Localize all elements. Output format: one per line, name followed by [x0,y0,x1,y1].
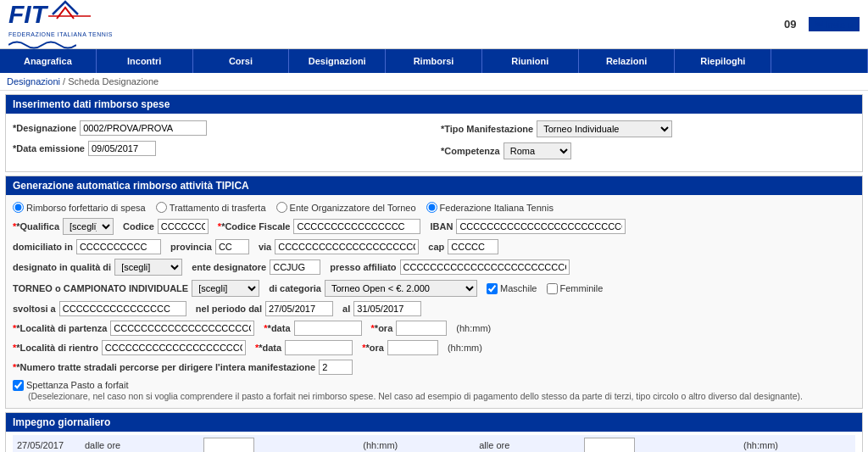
nav-rimborsi[interactable]: Rimborsi [386,49,482,73]
nav-anagrafica[interactable]: Anagrafica [0,49,97,73]
invia-button[interactable]: ✉ Invia u [809,17,860,31]
ora-partenza-input[interactable] [396,321,447,336]
breadcrumb-designazioni[interactable]: Designazioni [7,76,60,86]
radio-rimborso-forfettario-label: Rimborso forfettario di spesa [26,203,146,213]
impegno-hhmm1-0: (hh:mm) [359,435,475,452]
nav-incontri[interactable]: Incontri [97,49,193,73]
pasto-checkbox[interactable] [13,380,24,391]
svoltosi-label: svoltosi a [13,304,56,314]
radio-trattamento-input[interactable] [156,202,167,213]
radio-ente-label: Ente Organizzatore del Torneo [290,203,416,213]
localita-rientro-input[interactable] [102,340,246,355]
nav-riunioni[interactable]: Riunioni [482,49,579,73]
tipo-manifestazione-select[interactable]: Torneo Individuale [537,120,672,137]
impegno-panel: Impegno giornaliero 27/05/2017 dalle ore… [5,412,863,452]
data-rientro-input[interactable] [285,340,353,355]
presso-affiliato-label: presso affiliato [330,262,396,272]
codice-input[interactable] [158,219,209,234]
nav-corsi[interactable]: Corsi [193,49,290,73]
categoria-label: di categoria [269,283,321,293]
impegno-row: 27/05/2017 dalle ore (hh:mm) alle ore (h… [13,435,855,452]
row-designazione: *Designazione [13,120,427,136]
localita-partenza-input[interactable] [110,321,254,336]
nav-extra[interactable] [771,49,868,73]
row-domiciliato: domiciliato in provincia via cap [13,239,855,254]
localita-rientro-label: *Località di rientro [13,343,98,353]
header: FIT FEDERAZIONE ITALIANA TENNIS 09 ✉ Inv… [0,0,868,49]
hhmm-partenza: (hh:mm) [456,323,491,333]
provincia-label: provincia [170,242,212,252]
ente-designatore-label: ente designatore [192,262,266,272]
rimborso-radio-group: Rimborso forfettario di spesa Trattament… [13,202,855,213]
ora-rientro-input[interactable] [387,340,438,355]
row-competenza: *Competenza Roma [441,142,855,159]
cap-input[interactable] [448,239,498,254]
maschile-label: Maschile [500,283,537,293]
generazione-body: Rimborso forfettario di spesa Trattament… [6,195,862,408]
maschile-check[interactable]: Maschile [487,283,537,294]
tipo-manifestazione-label: *Tipo Manifestazione [441,124,533,134]
codice-fiscale-label: *Codice Fiscale [218,221,291,232]
row-designato: designato in qualità di [scegli] ente de… [13,259,855,276]
impegno-table: 27/05/2017 dalle ore (hh:mm) alle ore (h… [13,435,855,452]
impegno-dalle-input-0[interactable] [203,438,254,452]
radio-rimborso-forfettario-input[interactable] [13,202,24,213]
nav-designazioni[interactable]: Designazioni [289,49,386,73]
row-torneo: TORNEO o CAMPIONATO INDIVIDUALE [scegli]… [13,280,855,297]
competenza-select[interactable]: Roma [504,142,571,159]
domiciliato-input[interactable] [76,239,161,254]
designato-select[interactable]: [scegli] [114,259,182,276]
via-input[interactable] [275,239,419,254]
email-icon: ✉ [815,19,823,30]
radio-rimborso-forfettario[interactable]: Rimborso forfettario di spesa [13,202,146,213]
femminile-label: Femminile [560,283,604,293]
row-localita-partenza: *Località di partenza *data *ora (hh:mm) [13,321,855,336]
nav-bar: Anagrafica Incontri Corsi Designazioni R… [0,49,868,73]
designato-label: designato in qualità di [13,262,111,272]
radio-ente-input[interactable] [276,202,287,213]
impegno-body: 27/05/2017 dalle ore (hh:mm) alle ore (h… [6,432,862,452]
invia-label: Invia u [826,20,853,30]
categoria-select[interactable]: Torneo Open < €. 2.000 [325,280,477,297]
periodo-al-input[interactable] [353,301,421,316]
svoltosi-input[interactable] [59,301,186,316]
inserimento-right: *Tipo Manifestazione Torneo Individuale … [441,120,855,165]
codice-fiscale-input[interactable] [293,219,420,234]
maschile-checkbox[interactable] [487,283,498,294]
pasto-label[interactable]: Spettanza Pasto a forfait [13,380,855,391]
data-partenza-input[interactable] [294,321,362,336]
radio-trattamento-trasferta[interactable]: Trattamento di trasferta [156,202,266,213]
row-localita-rientro: *Località di rientro *data *ora (hh:mm) [13,340,855,355]
iban-label: IBAN [431,221,453,232]
nav-relazioni[interactable]: Relazioni [579,49,676,73]
competenza-label: *Competenza [441,146,500,156]
femminile-check[interactable]: Femminile [547,283,604,294]
data-emissione-input[interactable] [88,141,156,156]
radio-federazione-input[interactable] [426,202,437,213]
designazione-input[interactable] [80,120,207,136]
radio-ente-organizzatore[interactable]: Ente Organizzatore del Torneo [276,202,416,213]
breadcrumb-scheda: Scheda Designazione [68,76,159,86]
nav-riepiloghi[interactable]: Riepiloghi [675,49,771,73]
iban-input[interactable] [456,219,626,234]
pasto-note: (Deselezionare, nel caso non si voglia c… [28,391,855,401]
inserimento-body: *Designazione *Data emissione *Tipo Mani… [6,114,862,171]
row-svoltosi: svoltosi a nel periodo dal al [13,301,855,316]
radio-federazione[interactable]: Federazione Italiana Tennis [426,202,554,213]
femminile-checkbox[interactable] [547,283,558,294]
torneo-select[interactable]: [scegli] [192,280,259,297]
breadcrumb: Designazioni / Scheda Designazione [0,73,868,91]
ente-designatore-input[interactable] [270,259,320,275]
periodo-al-label: al [342,304,350,314]
presso-affiliato-input[interactable] [400,259,570,275]
inserimento-panel: Inserimento dati rimborso spese *Designa… [5,94,863,172]
provincia-input[interactable] [215,239,249,254]
periodo-dal-input[interactable] [265,301,333,316]
inserimento-header: Inserimento dati rimborso spese [6,95,862,114]
tratte-input[interactable] [319,360,353,375]
periodo-label: nel periodo dal [196,304,262,314]
data-partenza-label: *data [264,323,290,333]
pasto-check-label: Spettanza Pasto a forfait [26,380,128,390]
qualifica-select[interactable]: [scegli] [63,218,114,235]
impegno-alle-input-0[interactable] [584,438,635,452]
